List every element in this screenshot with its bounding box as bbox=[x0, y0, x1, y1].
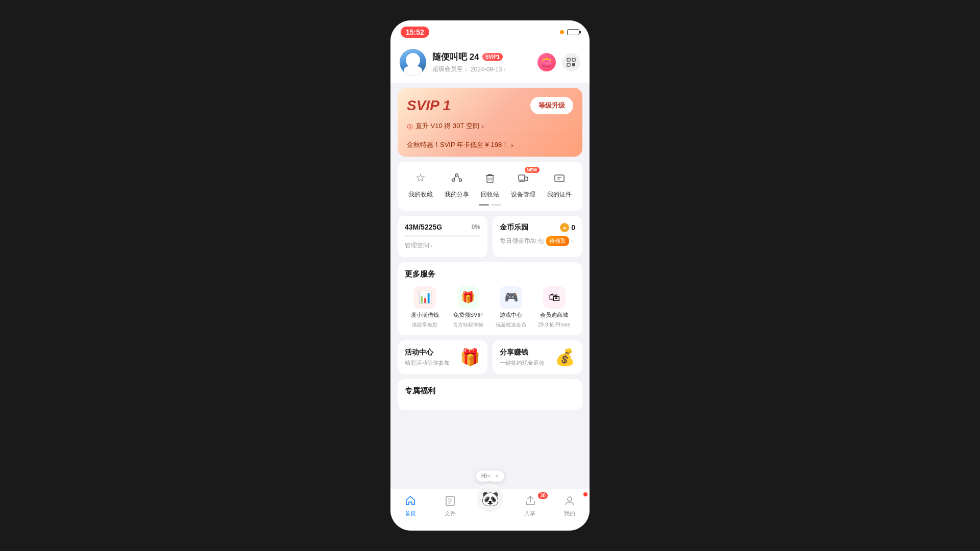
promo-icon1: ◎ bbox=[407, 122, 413, 130]
freesvip-icon: 🎁 bbox=[457, 286, 479, 309]
hi-bubble: Hi~ × bbox=[476, 470, 505, 482]
avatar[interactable] bbox=[400, 49, 426, 76]
svg-point-8 bbox=[452, 179, 455, 182]
nav-item-trash[interactable]: 回收站 bbox=[481, 169, 499, 199]
exclusive-section: 专属福利 bbox=[398, 379, 582, 410]
svg-rect-3 bbox=[572, 63, 574, 65]
profile-name-row: 随便叫吧 24 SVIP1 bbox=[432, 51, 505, 63]
profile-sub-label: 超级会员至： bbox=[432, 65, 469, 73]
new-badge: NEW bbox=[525, 167, 540, 173]
nav-item-id[interactable]: 我的证件 bbox=[547, 169, 572, 199]
phone-frame: 15:52 随便叫吧 24 SVIP1 超级会员至： 2024-09-13 › bbox=[390, 20, 590, 531]
coins-sub-arrow-icon: › bbox=[571, 238, 573, 245]
close-hi-button[interactable]: × bbox=[495, 472, 499, 480]
bottom-nav-files-label: 文件 bbox=[445, 510, 456, 517]
profile-sub[interactable]: 超级会员至： 2024-09-13 › bbox=[432, 65, 505, 73]
nav-label-favorites: 我的收藏 bbox=[408, 190, 433, 199]
coins-sub[interactable]: 每日领金币/红包 待领取 › bbox=[500, 236, 575, 246]
profile-name-text: 随便叫吧 24 bbox=[432, 51, 479, 63]
storage-bar-fill bbox=[405, 235, 405, 237]
activity-center-card[interactable]: 活动中心 精彩活动等你参加 🎁 bbox=[398, 340, 487, 374]
activity-center-icon: 🎁 bbox=[460, 347, 480, 367]
svg-rect-19 bbox=[555, 175, 564, 182]
svg-rect-17 bbox=[525, 177, 528, 181]
nav-label-id: 我的证件 bbox=[547, 190, 572, 199]
bottom-nav-center: Hi~ × 🐼 bbox=[470, 484, 510, 513]
mascot-button[interactable]: 🐼 bbox=[476, 484, 504, 513]
wallet-icon[interactable]: 👛 bbox=[537, 53, 556, 71]
upgrade-button[interactable]: 等级升级 bbox=[530, 97, 573, 114]
battery-icon bbox=[567, 29, 579, 35]
svip-title: SVIP 1 bbox=[407, 97, 451, 114]
earn-money-info: 分享赚钱 一键签约现金返佣 bbox=[500, 348, 545, 367]
bottom-nav-share[interactable]: 30 共享 bbox=[510, 493, 550, 517]
coin-icon: ● bbox=[560, 223, 569, 232]
bottom-nav-share-label: 共享 bbox=[524, 510, 535, 517]
share-nav-icon bbox=[523, 493, 537, 508]
promo-arrow1-icon: › bbox=[482, 122, 484, 130]
scan-icon[interactable] bbox=[562, 53, 580, 71]
favorites-icon: ☆ bbox=[411, 169, 430, 187]
service-desc-game: 玩游戏送会员 bbox=[496, 321, 526, 328]
activity-center-info: 活动中心 精彩活动等你参加 bbox=[405, 348, 450, 367]
nav-item-share[interactable]: 我的分享 bbox=[445, 169, 469, 199]
bottom-nav-home[interactable]: 首页 bbox=[390, 493, 430, 517]
svg-line-11 bbox=[458, 176, 459, 180]
profile-left: 随便叫吧 24 SVIP1 超级会员至： 2024-09-13 › bbox=[400, 49, 505, 76]
service-item-game[interactable]: 🎮 游戏中心 玩游戏送会员 bbox=[491, 286, 531, 328]
status-dot-icon bbox=[560, 30, 564, 34]
nav-item-devices[interactable]: NEW 设备管理 bbox=[511, 169, 535, 199]
service-item-shop[interactable]: 🛍 会员购商城 29.9 抢iPhone bbox=[534, 286, 575, 328]
promo-text2: 金秋特惠！SVIP 年卡低至 ¥ 198！ bbox=[407, 140, 508, 149]
svg-line-10 bbox=[454, 176, 456, 180]
trash-icon bbox=[481, 169, 499, 187]
service-name-freesvip: 免费领SVIP bbox=[453, 311, 483, 319]
coins-count: ● 0 bbox=[560, 223, 575, 232]
nav-dots bbox=[403, 204, 577, 206]
bottom-nav-files[interactable]: 文件 bbox=[430, 493, 470, 517]
promo-text1: 直升 V10 得 30T 空间 bbox=[415, 121, 479, 131]
bottom-nav-home-label: 首页 bbox=[405, 510, 416, 517]
activities-row: 活动中心 精彩活动等你参加 🎁 分享赚钱 一键签约现金返佣 💰 bbox=[398, 340, 582, 374]
svg-rect-2 bbox=[567, 63, 570, 66]
activity-center-title: 活动中心 bbox=[405, 348, 450, 357]
earn-money-card[interactable]: 分享赚钱 一键签约现金返佣 💰 bbox=[493, 340, 582, 374]
service-desc-shop: 29.9 抢iPhone bbox=[538, 321, 570, 328]
svip-badge: SVIP1 bbox=[482, 53, 503, 61]
profile-actions: 👛 bbox=[537, 53, 580, 71]
svip-card-top: SVIP 1 等级升级 bbox=[407, 97, 573, 114]
svg-point-24 bbox=[568, 497, 572, 501]
svip-card-divider bbox=[407, 136, 573, 136]
quick-nav-items: ☆ 我的收藏 我的分享 bbox=[403, 169, 577, 199]
service-item-loan[interactable]: 📊 度小满借钱 借款享免息 bbox=[405, 286, 445, 328]
status-time: 15:52 bbox=[401, 27, 429, 38]
nav-label-trash: 回收站 bbox=[481, 190, 499, 199]
svip-card: SVIP 1 等级升级 ◎ 直升 V10 得 30T 空间 › 金秋特惠！SVI… bbox=[398, 88, 582, 157]
svg-rect-16 bbox=[519, 175, 525, 180]
nav-label-devices: 设备管理 bbox=[511, 190, 535, 199]
bottom-nav-mine[interactable]: 我的 bbox=[550, 493, 590, 517]
loan-icon: 📊 bbox=[413, 286, 436, 309]
more-services-section: 更多服务 📊 度小满借钱 借款享免息 🎁 免费领SVIP 官方特权体验 bbox=[398, 262, 582, 335]
svg-rect-12 bbox=[487, 176, 493, 183]
manage-space-link[interactable]: 管理空间 › bbox=[405, 241, 480, 250]
svip-promo1[interactable]: ◎ 直升 V10 得 30T 空间 › bbox=[407, 121, 573, 131]
claim-tag[interactable]: 待领取 bbox=[546, 236, 569, 246]
avatar-image bbox=[400, 49, 426, 76]
service-item-freesvip[interactable]: 🎁 免费领SVIP 官方特权体验 bbox=[448, 286, 488, 328]
shop-icon: 🛍 bbox=[543, 286, 566, 309]
bottom-nav: 首页 文件 Hi~ × 🐼 bbox=[390, 489, 590, 531]
coins-title-text: 金币乐园 bbox=[500, 223, 528, 232]
nav-item-favorites[interactable]: ☆ 我的收藏 bbox=[408, 169, 433, 199]
home-icon bbox=[403, 493, 418, 508]
nav-label-share: 我的分享 bbox=[445, 190, 469, 199]
nav-dot-1 bbox=[479, 204, 489, 206]
svip-promo2[interactable]: 金秋特惠！SVIP 年卡低至 ¥ 198！ › bbox=[407, 140, 573, 149]
mine-dot-badge bbox=[583, 492, 587, 496]
service-name-game: 游戏中心 bbox=[500, 311, 522, 319]
mascot-icon: 🐼 bbox=[481, 490, 499, 507]
more-services-title: 更多服务 bbox=[405, 269, 575, 279]
coins-title-row: 金币乐园 ● 0 bbox=[500, 223, 575, 232]
status-icons bbox=[560, 29, 579, 35]
status-bar: 15:52 bbox=[390, 20, 590, 42]
